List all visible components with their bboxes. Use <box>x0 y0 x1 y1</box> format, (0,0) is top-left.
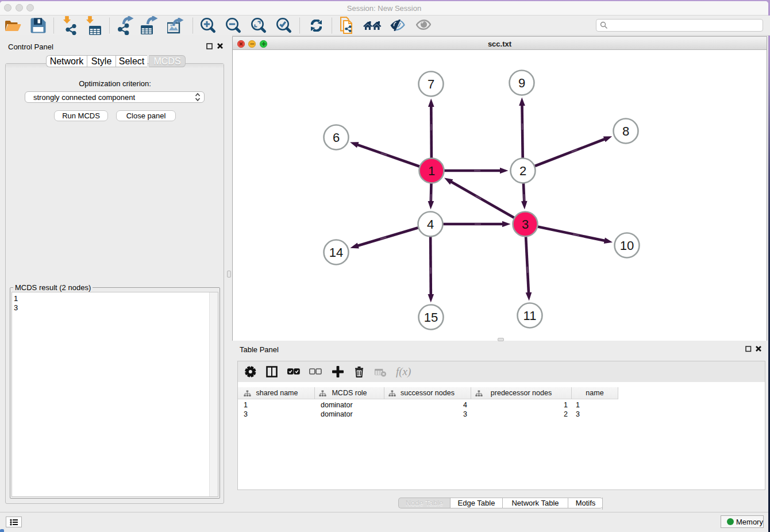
svg-text:15: 15 <box>424 310 438 325</box>
svg-text:1: 1 <box>428 164 435 178</box>
svg-text:4: 4 <box>427 217 434 232</box>
svg-text:9: 9 <box>518 76 525 90</box>
svg-text:10: 10 <box>620 238 634 253</box>
svg-text:14: 14 <box>329 245 343 260</box>
svg-text:3: 3 <box>522 217 529 232</box>
svg-text:7: 7 <box>428 77 434 91</box>
svg-text:8: 8 <box>622 124 629 138</box>
svg-text:2: 2 <box>519 164 526 178</box>
svg-text:6: 6 <box>333 130 340 145</box>
svg-text:11: 11 <box>523 309 537 323</box>
